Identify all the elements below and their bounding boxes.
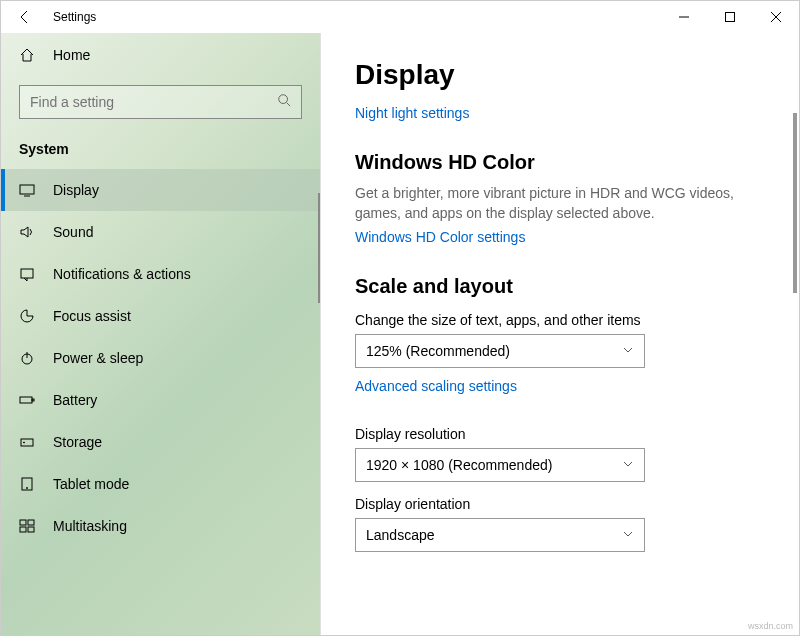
dropdown-value: Landscape: [366, 527, 435, 543]
tablet-icon: [19, 476, 35, 492]
home-icon: [19, 47, 35, 63]
nav-label: Battery: [53, 392, 97, 408]
resolution-label: Display resolution: [355, 426, 765, 442]
back-button[interactable]: [15, 7, 35, 27]
night-light-link[interactable]: Night light settings: [355, 105, 469, 121]
svg-rect-13: [21, 439, 33, 446]
sidebar: Home System Display Sound Notifications …: [1, 33, 321, 635]
nav-label: Notifications & actions: [53, 266, 191, 282]
power-icon: [19, 350, 35, 366]
search-box[interactable]: [19, 85, 302, 119]
scale-title: Scale and layout: [355, 275, 765, 298]
battery-icon: [19, 392, 35, 408]
focus-icon: [19, 308, 35, 324]
minimize-button[interactable]: [661, 1, 707, 33]
hd-color-desc: Get a brighter, more vibrant picture in …: [355, 184, 765, 223]
svg-rect-6: [20, 185, 34, 194]
nav-label: Focus assist: [53, 308, 131, 324]
sound-icon: [19, 224, 35, 240]
nav-label: Tablet mode: [53, 476, 129, 492]
search-input[interactable]: [30, 94, 277, 110]
hd-color-link[interactable]: Windows HD Color settings: [355, 229, 525, 245]
sidebar-item-storage[interactable]: Storage: [1, 421, 320, 463]
dropdown-value: 1920 × 1080 (Recommended): [366, 457, 552, 473]
sidebar-item-display[interactable]: Display: [1, 169, 320, 211]
svg-point-14: [24, 442, 25, 443]
app-title: Settings: [53, 10, 96, 24]
maximize-button[interactable]: [707, 1, 753, 33]
svg-rect-12: [32, 399, 34, 401]
svg-point-4: [279, 95, 288, 104]
close-button[interactable]: [753, 1, 799, 33]
chevron-down-icon: [622, 457, 634, 473]
sidebar-category: System: [1, 137, 320, 169]
sidebar-item-tablet[interactable]: Tablet mode: [1, 463, 320, 505]
sidebar-item-battery[interactable]: Battery: [1, 379, 320, 421]
svg-point-16: [27, 488, 28, 489]
nav-label: Power & sleep: [53, 350, 143, 366]
text-size-label: Change the size of text, apps, and other…: [355, 312, 765, 328]
main-panel: Display Night light settings Windows HD …: [321, 33, 799, 635]
title-bar: Settings: [1, 1, 799, 33]
svg-rect-1: [726, 13, 735, 22]
sidebar-item-multitasking[interactable]: Multitasking: [1, 505, 320, 547]
nav-label: Storage: [53, 434, 102, 450]
display-icon: [19, 182, 35, 198]
sidebar-item-notifications[interactable]: Notifications & actions: [1, 253, 320, 295]
orientation-label: Display orientation: [355, 496, 765, 512]
resolution-dropdown[interactable]: 1920 × 1080 (Recommended): [355, 448, 645, 482]
page-title: Display: [355, 59, 765, 91]
hd-color-title: Windows HD Color: [355, 151, 765, 174]
sidebar-item-power[interactable]: Power & sleep: [1, 337, 320, 379]
nav-list: Display Sound Notifications & actions Fo…: [1, 169, 320, 547]
orientation-dropdown[interactable]: Landscape: [355, 518, 645, 552]
svg-rect-20: [28, 527, 34, 532]
storage-icon: [19, 434, 35, 450]
dropdown-value: 125% (Recommended): [366, 343, 510, 359]
nav-label: Display: [53, 182, 99, 198]
svg-rect-11: [20, 397, 32, 403]
text-size-dropdown[interactable]: 125% (Recommended): [355, 334, 645, 368]
notifications-icon: [19, 266, 35, 282]
sidebar-item-sound[interactable]: Sound: [1, 211, 320, 253]
sidebar-home[interactable]: Home: [1, 37, 320, 73]
sidebar-scrollbar[interactable]: [318, 193, 320, 303]
svg-rect-8: [21, 269, 33, 278]
svg-rect-19: [20, 527, 26, 532]
chevron-down-icon: [622, 527, 634, 543]
window-controls: [661, 1, 799, 33]
multitasking-icon: [19, 518, 35, 534]
svg-line-5: [287, 103, 291, 107]
nav-label: Sound: [53, 224, 93, 240]
svg-rect-17: [20, 520, 26, 525]
home-label: Home: [53, 47, 90, 63]
main-scrollbar[interactable]: [793, 113, 797, 293]
advanced-scaling-link[interactable]: Advanced scaling settings: [355, 378, 517, 394]
search-icon: [277, 93, 291, 111]
svg-rect-18: [28, 520, 34, 525]
chevron-down-icon: [622, 343, 634, 359]
nav-label: Multitasking: [53, 518, 127, 534]
sidebar-item-focus[interactable]: Focus assist: [1, 295, 320, 337]
watermark: wsxdn.com: [748, 621, 793, 631]
